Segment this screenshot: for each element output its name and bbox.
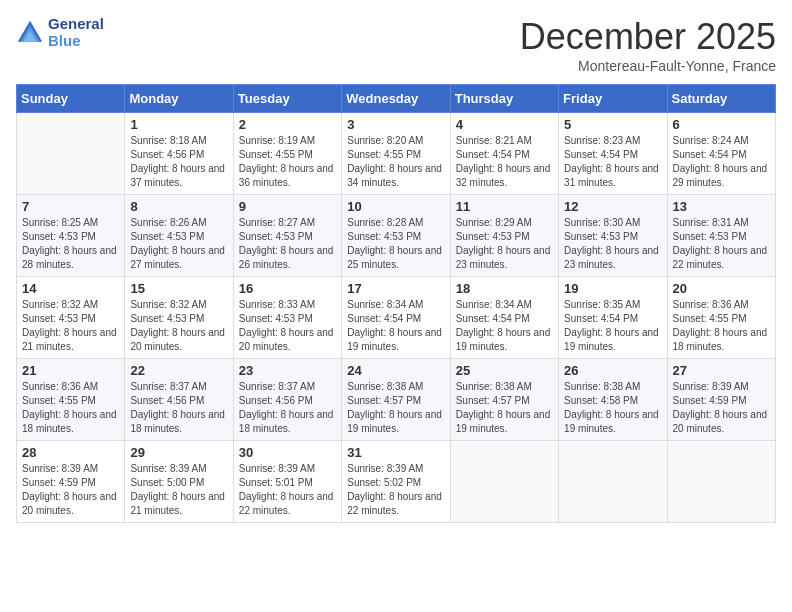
day-info: Sunrise: 8:19 AMSunset: 4:55 PMDaylight:… xyxy=(239,134,336,190)
day-number: 28 xyxy=(22,445,119,460)
day-number: 31 xyxy=(347,445,444,460)
calendar-cell: 10Sunrise: 8:28 AMSunset: 4:53 PMDayligh… xyxy=(342,195,450,277)
calendar-cell: 28Sunrise: 8:39 AMSunset: 4:59 PMDayligh… xyxy=(17,441,125,523)
day-info: Sunrise: 8:18 AMSunset: 4:56 PMDaylight:… xyxy=(130,134,227,190)
calendar-cell: 24Sunrise: 8:38 AMSunset: 4:57 PMDayligh… xyxy=(342,359,450,441)
calendar-cell: 8Sunrise: 8:26 AMSunset: 4:53 PMDaylight… xyxy=(125,195,233,277)
weekday-header: Tuesday xyxy=(233,85,341,113)
day-info: Sunrise: 8:39 AMSunset: 5:02 PMDaylight:… xyxy=(347,462,444,518)
location-title: Montereau-Fault-Yonne, France xyxy=(520,58,776,74)
calendar-cell: 4Sunrise: 8:21 AMSunset: 4:54 PMDaylight… xyxy=(450,113,558,195)
weekday-header: Thursday xyxy=(450,85,558,113)
calendar-cell: 2Sunrise: 8:19 AMSunset: 4:55 PMDaylight… xyxy=(233,113,341,195)
calendar-cell: 22Sunrise: 8:37 AMSunset: 4:56 PMDayligh… xyxy=(125,359,233,441)
day-info: Sunrise: 8:36 AMSunset: 4:55 PMDaylight:… xyxy=(673,298,770,354)
day-info: Sunrise: 8:38 AMSunset: 4:58 PMDaylight:… xyxy=(564,380,661,436)
page-header: General Blue December 2025 Montereau-Fau… xyxy=(16,16,776,74)
day-number: 27 xyxy=(673,363,770,378)
day-info: Sunrise: 8:25 AMSunset: 4:53 PMDaylight:… xyxy=(22,216,119,272)
logo-icon xyxy=(16,19,44,47)
day-number: 12 xyxy=(564,199,661,214)
day-info: Sunrise: 8:33 AMSunset: 4:53 PMDaylight:… xyxy=(239,298,336,354)
day-number: 4 xyxy=(456,117,553,132)
day-info: Sunrise: 8:30 AMSunset: 4:53 PMDaylight:… xyxy=(564,216,661,272)
day-info: Sunrise: 8:38 AMSunset: 4:57 PMDaylight:… xyxy=(456,380,553,436)
day-info: Sunrise: 8:38 AMSunset: 4:57 PMDaylight:… xyxy=(347,380,444,436)
day-number: 7 xyxy=(22,199,119,214)
day-info: Sunrise: 8:21 AMSunset: 4:54 PMDaylight:… xyxy=(456,134,553,190)
day-number: 26 xyxy=(564,363,661,378)
calendar-cell: 12Sunrise: 8:30 AMSunset: 4:53 PMDayligh… xyxy=(559,195,667,277)
day-info: Sunrise: 8:37 AMSunset: 4:56 PMDaylight:… xyxy=(130,380,227,436)
calendar-cell: 13Sunrise: 8:31 AMSunset: 4:53 PMDayligh… xyxy=(667,195,775,277)
calendar-cell: 6Sunrise: 8:24 AMSunset: 4:54 PMDaylight… xyxy=(667,113,775,195)
day-number: 2 xyxy=(239,117,336,132)
day-info: Sunrise: 8:31 AMSunset: 4:53 PMDaylight:… xyxy=(673,216,770,272)
calendar-cell xyxy=(17,113,125,195)
logo-text: General Blue xyxy=(48,16,104,49)
day-number: 17 xyxy=(347,281,444,296)
day-info: Sunrise: 8:28 AMSunset: 4:53 PMDaylight:… xyxy=(347,216,444,272)
calendar-week-row: 21Sunrise: 8:36 AMSunset: 4:55 PMDayligh… xyxy=(17,359,776,441)
day-number: 18 xyxy=(456,281,553,296)
weekday-header: Friday xyxy=(559,85,667,113)
title-block: December 2025 Montereau-Fault-Yonne, Fra… xyxy=(520,16,776,74)
day-number: 23 xyxy=(239,363,336,378)
day-info: Sunrise: 8:37 AMSunset: 4:56 PMDaylight:… xyxy=(239,380,336,436)
day-number: 8 xyxy=(130,199,227,214)
calendar-cell: 29Sunrise: 8:39 AMSunset: 5:00 PMDayligh… xyxy=(125,441,233,523)
day-info: Sunrise: 8:20 AMSunset: 4:55 PMDaylight:… xyxy=(347,134,444,190)
calendar-cell: 18Sunrise: 8:34 AMSunset: 4:54 PMDayligh… xyxy=(450,277,558,359)
calendar-cell: 21Sunrise: 8:36 AMSunset: 4:55 PMDayligh… xyxy=(17,359,125,441)
day-info: Sunrise: 8:39 AMSunset: 4:59 PMDaylight:… xyxy=(22,462,119,518)
weekday-header: Wednesday xyxy=(342,85,450,113)
calendar-cell: 26Sunrise: 8:38 AMSunset: 4:58 PMDayligh… xyxy=(559,359,667,441)
day-number: 30 xyxy=(239,445,336,460)
day-number: 3 xyxy=(347,117,444,132)
day-number: 19 xyxy=(564,281,661,296)
calendar-cell: 14Sunrise: 8:32 AMSunset: 4:53 PMDayligh… xyxy=(17,277,125,359)
calendar-cell xyxy=(667,441,775,523)
day-info: Sunrise: 8:39 AMSunset: 5:01 PMDaylight:… xyxy=(239,462,336,518)
day-number: 20 xyxy=(673,281,770,296)
calendar-week-row: 1Sunrise: 8:18 AMSunset: 4:56 PMDaylight… xyxy=(17,113,776,195)
day-info: Sunrise: 8:34 AMSunset: 4:54 PMDaylight:… xyxy=(456,298,553,354)
day-number: 16 xyxy=(239,281,336,296)
logo: General Blue xyxy=(16,16,104,49)
calendar-header-row: SundayMondayTuesdayWednesdayThursdayFrid… xyxy=(17,85,776,113)
calendar-week-row: 28Sunrise: 8:39 AMSunset: 4:59 PMDayligh… xyxy=(17,441,776,523)
weekday-header: Saturday xyxy=(667,85,775,113)
day-number: 10 xyxy=(347,199,444,214)
day-info: Sunrise: 8:34 AMSunset: 4:54 PMDaylight:… xyxy=(347,298,444,354)
month-title: December 2025 xyxy=(520,16,776,58)
weekday-header: Monday xyxy=(125,85,233,113)
day-number: 21 xyxy=(22,363,119,378)
day-info: Sunrise: 8:39 AMSunset: 4:59 PMDaylight:… xyxy=(673,380,770,436)
calendar-cell: 30Sunrise: 8:39 AMSunset: 5:01 PMDayligh… xyxy=(233,441,341,523)
calendar-cell: 9Sunrise: 8:27 AMSunset: 4:53 PMDaylight… xyxy=(233,195,341,277)
calendar-cell: 27Sunrise: 8:39 AMSunset: 4:59 PMDayligh… xyxy=(667,359,775,441)
day-number: 1 xyxy=(130,117,227,132)
calendar-cell: 23Sunrise: 8:37 AMSunset: 4:56 PMDayligh… xyxy=(233,359,341,441)
calendar-cell xyxy=(559,441,667,523)
calendar-cell: 25Sunrise: 8:38 AMSunset: 4:57 PMDayligh… xyxy=(450,359,558,441)
day-number: 9 xyxy=(239,199,336,214)
day-number: 6 xyxy=(673,117,770,132)
calendar-cell: 1Sunrise: 8:18 AMSunset: 4:56 PMDaylight… xyxy=(125,113,233,195)
day-info: Sunrise: 8:32 AMSunset: 4:53 PMDaylight:… xyxy=(130,298,227,354)
calendar-cell: 11Sunrise: 8:29 AMSunset: 4:53 PMDayligh… xyxy=(450,195,558,277)
day-number: 14 xyxy=(22,281,119,296)
calendar-cell: 3Sunrise: 8:20 AMSunset: 4:55 PMDaylight… xyxy=(342,113,450,195)
calendar-cell: 16Sunrise: 8:33 AMSunset: 4:53 PMDayligh… xyxy=(233,277,341,359)
calendar-cell: 31Sunrise: 8:39 AMSunset: 5:02 PMDayligh… xyxy=(342,441,450,523)
day-number: 24 xyxy=(347,363,444,378)
day-number: 13 xyxy=(673,199,770,214)
day-info: Sunrise: 8:24 AMSunset: 4:54 PMDaylight:… xyxy=(673,134,770,190)
calendar-week-row: 7Sunrise: 8:25 AMSunset: 4:53 PMDaylight… xyxy=(17,195,776,277)
day-info: Sunrise: 8:32 AMSunset: 4:53 PMDaylight:… xyxy=(22,298,119,354)
day-number: 22 xyxy=(130,363,227,378)
day-number: 5 xyxy=(564,117,661,132)
day-number: 25 xyxy=(456,363,553,378)
day-number: 29 xyxy=(130,445,227,460)
day-info: Sunrise: 8:39 AMSunset: 5:00 PMDaylight:… xyxy=(130,462,227,518)
